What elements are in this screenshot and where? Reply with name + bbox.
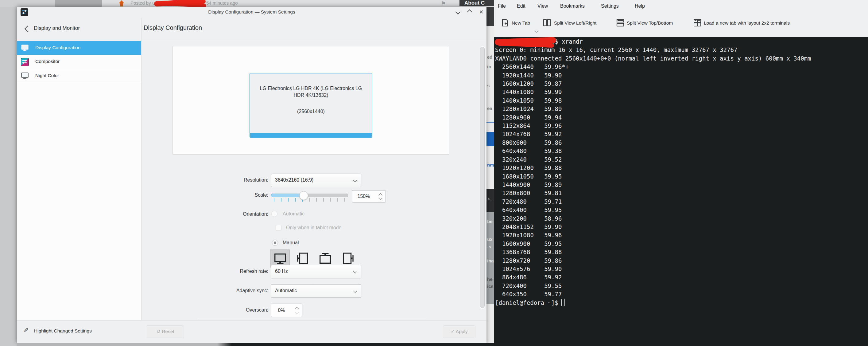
scale-spinbox[interactable]: 150%	[352, 190, 386, 202]
text-fragment: be	[487, 219, 493, 224]
refresh-rate-label: Refresh rate:	[176, 268, 268, 274]
reset-button[interactable]: ↺ Reset	[147, 325, 184, 338]
split-top-bottom-icon[interactable]	[616, 19, 625, 27]
overscan-spinbox[interactable]: 0%	[271, 304, 302, 317]
monitor-portrait-right-icon	[341, 251, 355, 265]
orientation-automatic-radio[interactable]	[271, 211, 277, 217]
sidebar-item-compositor[interactable]: Compositor	[17, 55, 141, 69]
about-community-header: About C	[460, 0, 494, 6]
monitor-preview[interactable]: LG Electronics LG HDR 4K (LG Electronics…	[250, 73, 372, 138]
load-2x2-layout-button[interactable]: Load a new tab with layout 2x2 terminals	[704, 20, 790, 26]
text-fragment: in	[487, 64, 491, 69]
text-fragment: ea	[487, 106, 492, 111]
system-settings-window: Display Configuration — System Settings …	[17, 7, 487, 343]
back-icon[interactable]	[25, 26, 31, 32]
menu-view[interactable]: View	[537, 3, 548, 9]
orientation-label: Orientation:	[176, 211, 268, 217]
sidebar: Display Configuration Compositor Night C…	[17, 41, 141, 320]
post-time-text: 54 minutes ago	[206, 0, 238, 5]
background-gap-strip: ed in s ea nm x_ be ux -s ina he ics	[487, 7, 494, 346]
monitor-upside-down-icon	[318, 251, 332, 265]
divider	[17, 83, 141, 83]
display-preview-panel: LG Electronics LG HDR 4K (LG Electronics…	[173, 46, 450, 154]
menu-file[interactable]: File	[498, 3, 506, 9]
menu-bookmarks[interactable]: Bookmarks	[560, 3, 585, 9]
desktop: Posted by u 54 minutes ago ⚑ About C ed …	[0, 0, 868, 346]
background-left-margin	[0, 7, 17, 346]
scale-slider[interactable]	[271, 190, 348, 203]
new-tab-button[interactable]: New Tab	[512, 20, 530, 26]
header-row: Display and Monitor Display Configuratio…	[17, 18, 487, 41]
compositor-icon	[21, 58, 29, 66]
menu-edit[interactable]: Edit	[517, 3, 525, 9]
text-fragment: ina	[487, 258, 494, 263]
posted-by-text: Posted by u	[130, 0, 155, 5]
monitor-icon	[21, 72, 29, 80]
back-button-label[interactable]: Display and Monitor	[34, 25, 80, 31]
text-fragment: ed	[487, 54, 493, 60]
overscan-label: Overscan:	[176, 307, 268, 313]
spin-down-icon[interactable]	[378, 196, 382, 200]
chevron-down-icon	[353, 178, 357, 182]
close-button[interactable]: ✕	[477, 9, 485, 16]
text-fragment: he	[487, 277, 493, 282]
orientation-manual-label: Manual	[283, 240, 299, 246]
flag-icon: ⚑	[441, 0, 446, 7]
monitor-resolution: (2560x1440)	[250, 109, 372, 114]
scrollbar-thumb[interactable]	[480, 47, 485, 308]
pen-icon: ✎	[24, 327, 29, 334]
divider	[487, 122, 494, 123]
toolbar: New Tab Split View Left/Right Split View…	[494, 13, 868, 37]
sidebar-item-display-configuration[interactable]: Display Configuration	[17, 41, 141, 55]
split-view-left-right-button[interactable]: Split View Left/Right	[554, 20, 596, 26]
blue-button-fragment	[487, 132, 494, 146]
sidebar-item-night-color[interactable]: Night Color	[17, 69, 141, 83]
menu-settings[interactable]: Settings	[601, 3, 619, 9]
background-bottom-strip	[17, 343, 494, 346]
chevron-down-icon[interactable]	[535, 29, 538, 32]
text-fragment: ics	[487, 284, 494, 289]
orientation-manual-radio[interactable]	[272, 240, 278, 246]
refresh-rate-dropdown[interactable]: 60 Hz	[271, 265, 361, 279]
upvote-arrow-icon	[119, 0, 125, 6]
terminal-output: [daniel@fedora ~]$ xrandr Screen 0: mini…	[495, 37, 811, 307]
text-fragment: -s	[487, 244, 491, 249]
window-title: Display Configuration — System Settings	[17, 9, 487, 15]
background-browser-strip: Posted by u 54 minutes ago ⚑ About C	[0, 0, 494, 7]
split-left-right-icon[interactable]	[542, 19, 551, 27]
monitor-taskbar-indicator	[250, 133, 372, 137]
chevron-down-icon	[353, 289, 357, 293]
adaptive-sync-label: Adaptive sync:	[176, 288, 268, 293]
footer-bar: ✎ Highlight Changed Settings ↺ Reset ✓ A…	[17, 320, 487, 343]
slider-handle[interactable]	[299, 191, 308, 200]
monitor-name: LG Electronics LG HDR 4K (LG Electronics…	[256, 85, 366, 98]
tablet-mode-label: Only when in tablet mode	[286, 225, 342, 230]
settings-scrollbar[interactable]	[480, 46, 485, 309]
menu-help[interactable]: Help	[635, 3, 645, 9]
minimize-button[interactable]	[454, 9, 462, 16]
titlebar[interactable]: Display Configuration — System Settings …	[17, 7, 487, 18]
layout-2x2-icon[interactable]	[693, 19, 702, 27]
resolution-dropdown[interactable]: 3840x2160 (16:9)	[271, 174, 361, 187]
terminal-screen[interactable]: [daniel@fedora ~]$ xrandr Screen 0: mini…	[494, 37, 868, 346]
text-fragment: ux	[487, 237, 493, 242]
dark-fragment: x_	[487, 189, 494, 212]
konsole-window: File Edit View Bookmarks Settings Help N…	[494, 0, 868, 346]
split-view-top-bottom-button[interactable]: Split View Top/Bottom	[627, 20, 673, 26]
scale-label: Scale:	[176, 192, 268, 198]
resolution-label: Resolution:	[176, 177, 268, 183]
monitor-portrait-left-icon	[296, 251, 310, 265]
apply-button[interactable]: ✓ Apply	[443, 325, 475, 338]
text-fragment: nm	[487, 162, 494, 168]
background-segment	[0, 0, 55, 7]
menu-bar: File Edit View Bookmarks Settings Help	[494, 0, 868, 13]
tablet-mode-checkbox[interactable]	[276, 225, 281, 231]
orientation-automatic-label: Automatic	[283, 211, 305, 217]
monitor-icon	[21, 44, 29, 52]
adaptive-sync-dropdown[interactable]: Automatic	[271, 284, 361, 298]
new-tab-icon[interactable]	[501, 19, 509, 27]
background-segment-dark	[55, 0, 102, 7]
maximize-button[interactable]	[466, 9, 474, 16]
spin-down-icon[interactable]	[295, 310, 299, 314]
page-title: Display Configuration	[144, 24, 202, 31]
